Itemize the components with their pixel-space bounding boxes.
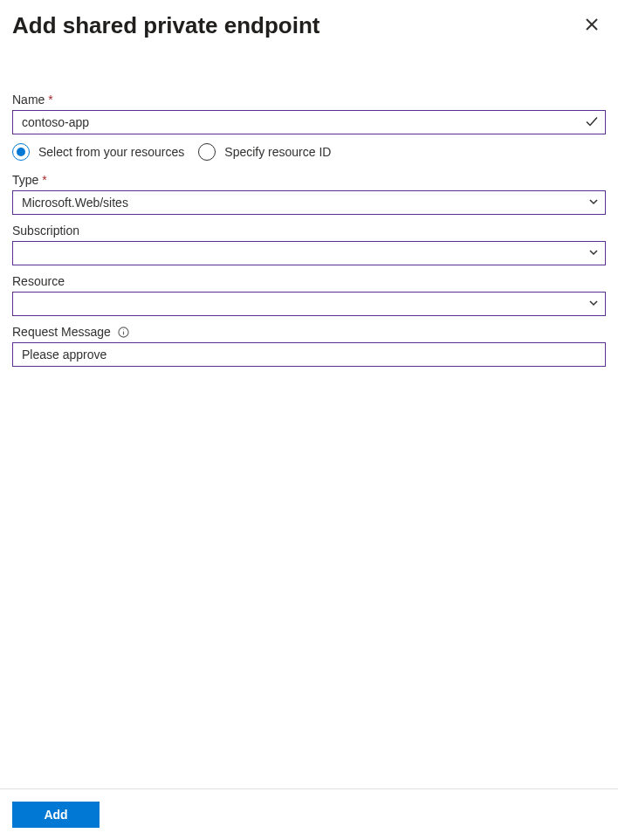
radio-dot-icon xyxy=(17,148,25,156)
radio-select-from-resources[interactable]: Select from your resources xyxy=(12,143,184,161)
add-button[interactable]: Add xyxy=(12,802,100,828)
radio-label-specify: Specify resource ID xyxy=(224,145,331,159)
subscription-label: Subscription xyxy=(12,224,606,238)
radio-label-select: Select from your resources xyxy=(38,145,184,159)
required-marker: * xyxy=(42,173,46,187)
panel-title: Add shared private endpoint xyxy=(12,12,320,39)
close-button[interactable] xyxy=(578,12,606,40)
type-label-text: Type xyxy=(12,173,38,187)
name-label: Name * xyxy=(12,93,606,107)
radio-circle-icon xyxy=(12,143,30,161)
request-message-label-text: Request Message xyxy=(12,325,111,339)
resource-selection-group: Select from your resources Specify resou… xyxy=(12,143,606,161)
radio-specify-resource-id[interactable]: Specify resource ID xyxy=(198,143,331,161)
request-message-label: Request Message xyxy=(12,325,606,339)
request-message-input[interactable] xyxy=(12,342,606,367)
subscription-label-text: Subscription xyxy=(12,224,79,238)
svg-point-4 xyxy=(123,329,124,330)
type-label: Type * xyxy=(12,173,606,187)
info-icon xyxy=(118,326,130,338)
resource-dropdown[interactable] xyxy=(12,292,606,316)
name-label-text: Name xyxy=(12,93,45,107)
radio-circle-icon xyxy=(198,143,216,161)
resource-label-text: Resource xyxy=(12,274,65,288)
resource-label: Resource xyxy=(12,274,606,288)
subscription-dropdown[interactable] xyxy=(12,241,606,265)
name-input[interactable] xyxy=(12,110,606,134)
close-icon xyxy=(586,18,598,34)
type-dropdown[interactable]: Microsoft.Web/sites xyxy=(12,190,606,215)
required-marker: * xyxy=(48,93,52,107)
